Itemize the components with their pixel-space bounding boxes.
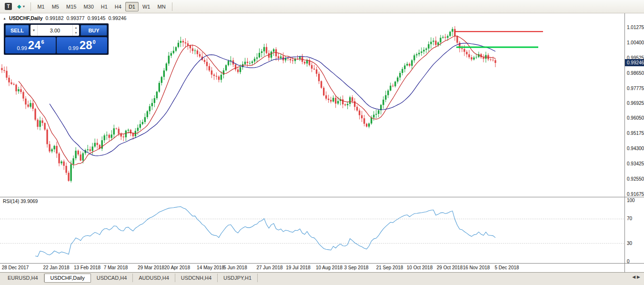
bid-price-display[interactable]: 0.99 24 6 [5,37,56,53]
date-axis-label: 20 Apr 2018 [164,265,190,270]
bid-price-big: 24 [28,40,41,51]
chart-template-button[interactable]: T [2,1,14,12]
timeframe-d1-button[interactable]: D1 [125,2,139,11]
chart-title: ▲ USDCHF,Daily 0.99182 0.99377 0.99145 0… [3,15,126,21]
toolbar-separator [172,2,172,11]
ohlc-close-value: 0.99246 [108,15,126,21]
tab-usdcad-h4[interactable]: USDCAD,H4 [91,274,133,282]
drawing-tool-icon: ◆ [17,4,21,9]
price-tick-label: 1.01275 [627,25,644,30]
one-click-trading-panel: SELL ▼ 3.00 ▲ ▼ BUY 0.99 24 6 [4,23,109,55]
date-axis-label: 5 Dec 2018 [494,265,519,270]
price-tick-label: 0.92550 [627,176,644,182]
price-tick-label: 0.95175 [627,131,644,136]
timeframe-m30-button[interactable]: M30 [80,2,97,11]
ohlc-high-value: 0.99377 [67,15,85,21]
tab-scroll-controls: ◀ ▶ [632,274,644,279]
volume-spinner[interactable]: ▲ ▼ [72,25,79,36]
timeframe-h1-button[interactable]: H1 [98,2,111,11]
toolbar-separator [30,2,31,11]
rsi-indicator-chart[interactable] [0,197,624,263]
date-axis-label: 13 Feb 2018 [74,265,101,270]
date-axis-label: 10 Oct 2018 [407,265,433,270]
timeframe-mn-button[interactable]: MN [154,2,169,11]
buy-button[interactable]: BUY [80,25,107,36]
chevron-down-icon: ▼ [22,5,25,8]
date-axis-label: 10 Aug 2018 [316,265,342,270]
date-axis-label: 28 Dec 2017 [2,265,29,270]
timeframe-m1-button[interactable]: M1 [34,2,48,11]
collapse-pane-icon[interactable]: ▲ [3,17,6,20]
rsi-indicator-label: RSI(14) 39.9069 [3,199,38,204]
chart-template-icon: T [5,3,12,10]
chart-symbol-label: USDCHF,Daily [9,15,43,21]
date-axis-label: 3 Sep 2018 [344,265,368,270]
price-tick-label: 0.94300 [627,146,644,151]
date-axis-label: 27 Jun 2018 [256,265,282,270]
spinner-up-icon[interactable]: ▲ [73,25,79,31]
tab-scroll-left-icon[interactable]: ◀ [632,275,635,279]
bid-price-pip: 6 [41,37,44,45]
ask-price-prefix: 0.99 [68,45,78,53]
timeframe-h4-button[interactable]: H4 [111,2,125,11]
price-tick-label: 1.00400 [627,40,644,45]
axis-corner [624,264,644,273]
tab-usdjpy-h1[interactable]: USDJPY,H1 [218,274,258,282]
main-price-pane: ▲ USDCHF,Daily 0.99182 0.99377 0.99145 0… [0,13,644,197]
chart-window: ▲ USDCHF,Daily 0.99182 0.99377 0.99145 0… [0,13,644,272]
price-axis[interactable]: 0.99246 1.012751.004000.995250.986500.97… [624,13,644,197]
date-axis-label: 16 Nov 2018 [463,265,490,270]
volume-stepper[interactable]: ▼ 3.00 ▲ ▼ [30,25,79,36]
price-tick-label: 0.96925 [627,101,644,106]
volume-value[interactable]: 3.00 [38,25,72,36]
date-axis-label: 5 Jun 2018 [223,265,247,270]
volume-dropdown-icon[interactable]: ▼ [30,25,38,36]
price-tick-label: 0.93425 [627,161,644,166]
date-axis-label: 7 Mar 2018 [104,265,128,270]
bid-price-prefix: 0.99 [17,45,27,53]
chart-tab-bar: EURUSD,H4 USDCHF,Daily USDCAD,H4 AUDUSD,… [0,272,644,285]
ohlc-open-value: 0.99182 [46,15,64,21]
date-axis-label: 19 Jul 2018 [286,265,311,270]
tab-scroll-right-icon[interactable]: ▶ [637,275,640,279]
date-axis-label: 22 Jan 2018 [43,265,69,270]
tab-eurusd-h4[interactable]: EURUSD,H4 [2,274,44,282]
timeframe-w1-button[interactable]: W1 [139,2,154,11]
ask-price-pip: 0 [93,37,96,45]
tab-usdchf-daily[interactable]: USDCHF,Daily [44,274,91,283]
rsi-tick-label: 100 [627,198,635,203]
date-axis-label: 14 May 2018 [197,265,224,270]
rsi-indicator-pane: RSI(14) 39.9069 10070300 [0,197,644,263]
top-toolbar: T ◆ ▼ M1 M5 M15 M30 H1 H4 D1 W1 MN [0,0,644,13]
rsi-tick-label: 30 [627,241,632,246]
ohlc-low-value: 0.99145 [87,15,105,21]
timeframe-m5-button[interactable]: M5 [49,2,62,11]
price-tick-label: 0.98650 [627,71,644,76]
spinner-down-icon[interactable]: ▼ [73,31,79,36]
price-tick-label: 0.96050 [627,115,644,121]
ask-price-big: 28 [80,40,92,51]
date-axis-label: 21 Sep 2018 [376,265,403,270]
tab-usdcnh-h4[interactable]: USDCNH,H4 [175,274,218,282]
sell-button[interactable]: SELL [5,25,29,36]
rsi-axis[interactable]: 10070300 [624,197,644,263]
timeframe-m15-button[interactable]: M15 [63,2,80,11]
date-axis-label: 29 Oct 2018 [437,265,463,270]
price-tick-label: 0.97775 [627,86,644,91]
date-axis[interactable]: 28 Dec 201722 Jan 201813 Feb 20187 Mar 2… [0,263,644,273]
current-price-badge: 0.99246 [625,59,644,66]
rsi-tick-label: 70 [627,216,632,221]
price-tick-label: 0.91675 [627,192,644,197]
ask-price-display[interactable]: 0.99 28 0 [57,37,107,53]
date-axis-label: 29 Mar 2018 [138,265,164,270]
drawing-tool-dropdown-button[interactable]: ◆ ▼ [15,1,28,12]
tab-audusd-h4[interactable]: AUDUSD,H4 [133,274,175,282]
